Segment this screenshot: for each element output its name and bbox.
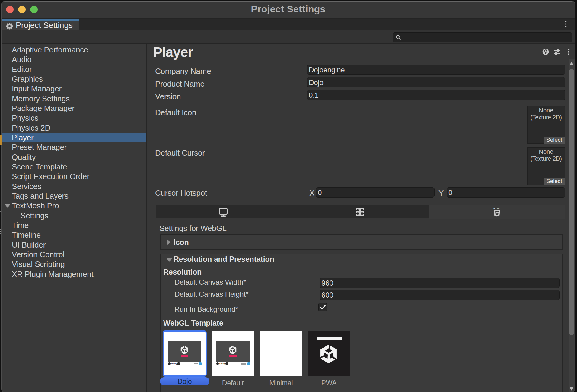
svg-text:HTML: HTML [493,207,500,210]
